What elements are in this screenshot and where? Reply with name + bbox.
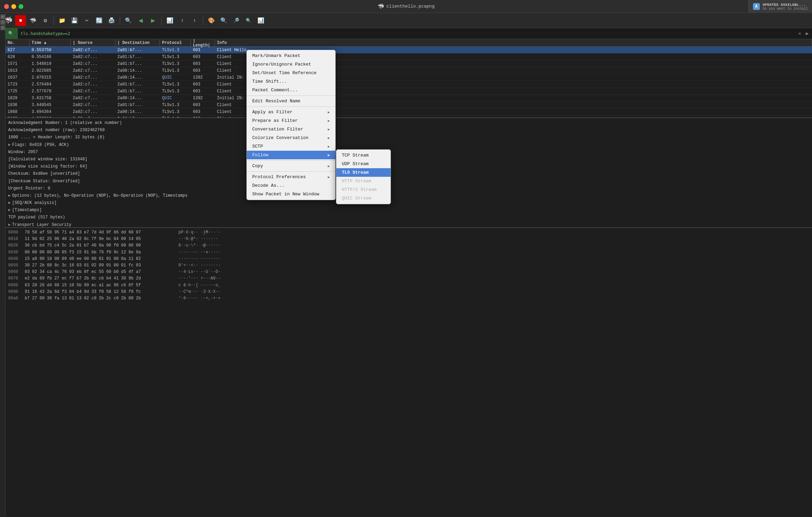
submenu-item-quic-stream: QUIC Stream xyxy=(336,194,391,203)
menu-item-colorize-conversation[interactable]: Colorize Conversation ▶ xyxy=(247,134,335,142)
menu-item-edit-resolved-name[interactable]: Edit Resolved Name xyxy=(247,97,335,105)
print-button[interactable]: 🖨️ xyxy=(106,15,117,26)
menu-item-copy[interactable]: Copy ▶ xyxy=(247,162,335,170)
restart-capture-button[interactable]: 🦈 xyxy=(27,15,38,26)
menu-item-mark-unmark-packet[interactable]: Mark/Unmark Packet xyxy=(247,51,335,60)
cell-dst: 2a00:14... xyxy=(115,108,160,115)
cell-proto: TLSv1.3 xyxy=(160,60,191,67)
zoom-normal-button[interactable]: 🔍 xyxy=(243,15,254,26)
packet-row[interactable]: 1613 2.022085 2a02:c7... 2a00:14... TLSv… xyxy=(5,67,812,74)
menu-item-conversation-filter[interactable]: Conversation Filter ▶ xyxy=(247,125,335,134)
hex-dump: 0000 70 50 af 58 95 71 a4 83 e7 7d 4d 9f… xyxy=(5,228,812,517)
titlebar: 🦈 clienthello.pcapng A UPDATES AVAILABL.… xyxy=(0,0,812,13)
filter-apply-button[interactable]: ▶ xyxy=(804,30,811,37)
packet-row[interactable]: 1723 2.576484 2a02:c7... 2a01:b7... TLSv… xyxy=(5,81,812,88)
packet-row[interactable]: 1836 3.640545 2a02:c7... 2a01:b7... TLSv… xyxy=(5,102,812,108)
filter-input[interactable] xyxy=(18,28,795,39)
resize-columns-button[interactable]: 📊 xyxy=(255,15,266,26)
detail-line[interactable]: ▶Options: (12 bytes), No-Operation (NOP)… xyxy=(8,192,809,199)
menu-item-prepare-as-filter[interactable]: Prepare as Filter ▶ xyxy=(247,116,335,125)
cell-time: 2.576484 xyxy=(30,81,71,88)
menu-item-apply-as-filter[interactable]: Apply as Filter ▶ xyxy=(247,108,335,116)
packet-row[interactable]: 1571 1.548819 2a02:c7... 2a01:b7... TLSv… xyxy=(5,60,812,67)
toolbar-separator-1 xyxy=(54,16,54,25)
packet-row[interactable]: 1868 3.694364 2a02:c7... 2a00:14... TLSv… xyxy=(5,108,812,115)
strip-item-3: S xyxy=(0,25,5,30)
cell-len: 603 xyxy=(191,67,215,74)
packet-row[interactable]: 2123 4.593212 2a02:c7... 2a01:b7... TLSv… xyxy=(5,115,812,118)
close-button[interactable] xyxy=(4,4,9,9)
updates-banner[interactable]: A UPDATES AVAILABL... Do you want to ins… xyxy=(749,0,812,13)
menu-item-ignore-unignore-packet[interactable]: Ignore/Unignore Packet xyxy=(247,60,335,69)
stop-capture-button[interactable]: ■ xyxy=(15,15,26,26)
go-to-packet-button[interactable]: 📊 xyxy=(164,15,175,26)
hex-row: 0010 11 9d 02 25 06 40 2a 02 0c 7f 9e bc… xyxy=(8,236,809,242)
menu-item-set-unset-time-reference[interactable]: Set/Unset Time Reference xyxy=(247,69,335,77)
detail-line[interactable]: ▶Flags: 0x018 (PSH, ACK) xyxy=(8,141,809,149)
header-info: Info xyxy=(215,39,812,46)
cell-len: 603 xyxy=(191,60,215,67)
menu-item-time-shift---[interactable]: Time Shift... xyxy=(247,77,335,86)
updates-text: UPDATES AVAILABL... Do you want to insta… xyxy=(763,3,808,11)
menu-item-label: Time Shift... xyxy=(252,79,287,84)
hex-bytes: 11 9d 02 25 06 40 2a 02 0c 7f 9e bc 84 0… xyxy=(25,236,176,242)
open-button[interactable]: 📁 xyxy=(57,15,68,26)
menu-item-show-packet-in-new-window[interactable]: Show Packet in New Window xyxy=(247,190,335,198)
minimize-button[interactable] xyxy=(11,4,16,9)
menu-item-label: Decode As... xyxy=(252,183,285,188)
submenu-item-tls-stream[interactable]: TLS Stream xyxy=(336,168,391,177)
maximize-button[interactable] xyxy=(19,4,23,9)
cell-len: 603 xyxy=(191,115,215,118)
cell-src: 2a02:c7... xyxy=(71,81,115,88)
menu-item-label: Edit Resolved Name xyxy=(252,99,300,104)
detail-line[interactable]: ▶[Timestamps] xyxy=(8,207,809,214)
packet-list[interactable]: No. Time ▲ | Source | Destination Protoc… xyxy=(5,39,812,118)
go-last-button[interactable]: ⬇ xyxy=(189,15,200,26)
cell-src: 2a02:c7... xyxy=(71,47,115,53)
cell-time: 0.553750 xyxy=(30,47,71,53)
cell-no: 628 xyxy=(5,54,30,60)
reload-button[interactable]: 🔄 xyxy=(94,15,105,26)
hex-bytes: 63 20 26 d4 68 15 10 5b 99 ec a1 ac 96 c… xyxy=(25,282,176,289)
menu-item-packet-comment---[interactable]: Packet Comment... xyxy=(247,86,335,94)
save-button[interactable]: 💾 xyxy=(69,15,80,26)
menu-item-sctp[interactable]: SCTP ▶ xyxy=(247,142,335,151)
packet-row[interactable]: 1725 2.577678 2a02:c7... 2a01:b7... TLSv… xyxy=(5,88,812,95)
submenu-item-udp-stream[interactable]: UDP Stream xyxy=(336,160,391,168)
detail-line[interactable]: ▶[SEQ/ACK analysis] xyxy=(8,199,809,207)
menu-item-protocol-preferences[interactable]: Protocol Preferences ▶ xyxy=(247,173,335,181)
forward-button[interactable]: ▶ xyxy=(148,15,159,26)
find-button[interactable]: 🔍 xyxy=(123,15,134,26)
cell-no: 2123 xyxy=(5,115,30,118)
cell-dst: 2a01:b7... xyxy=(115,115,160,118)
submenu-item-http-stream: HTTP Stream xyxy=(336,177,391,185)
cell-no: 1571 xyxy=(5,60,30,67)
cell-src: 2a02:c7... xyxy=(71,102,115,108)
packet-row[interactable]: 628 0.554166 2a02:c7... 2a01:b7... TLSv1… xyxy=(5,54,812,60)
hex-offset: 0010 xyxy=(8,236,22,242)
zoom-in-button[interactable]: 🔍 xyxy=(218,15,229,26)
submenu-item-tcp-stream[interactable]: TCP Stream xyxy=(336,151,391,160)
packet-row[interactable]: 1637 2.076315 2a02:c7... 2a00:14... QUIC… xyxy=(5,74,812,81)
menu-item-label: Copy xyxy=(252,163,263,169)
cell-dst: 2a01:b7... xyxy=(115,47,160,53)
zoom-out-button[interactable]: 🔎 xyxy=(231,15,242,26)
options-button[interactable]: ⚙️ xyxy=(40,15,51,26)
submenu-arrow: ▶ xyxy=(328,136,330,140)
packet-row[interactable]: 627 0.553750 2a02:c7... 2a01:b7... TLSv1… xyxy=(5,47,812,54)
colorize-button[interactable]: 🎨 xyxy=(206,15,217,26)
go-first-button[interactable]: ⬆ xyxy=(177,15,188,26)
back-button[interactable]: ◀ xyxy=(135,15,146,26)
menu-item-follow[interactable]: Follow ▶ TCP StreamUDP StreamTLS StreamH… xyxy=(247,151,335,159)
menu-separator xyxy=(247,171,335,172)
close-file-button[interactable]: ✂️ xyxy=(81,15,92,26)
hex-row: 0030 00 00 00 00 00 05 f3 15 01 bb 76 f0… xyxy=(8,249,809,256)
cell-dst: 2a00:14... xyxy=(115,67,160,74)
detail-line[interactable]: ▶Transport Layer Security xyxy=(8,221,809,228)
filter-clear-button[interactable]: ✕ xyxy=(796,30,803,37)
header-source: | Source xyxy=(71,39,115,46)
cell-time: 0.554166 xyxy=(30,54,71,60)
hex-row: 00a0 b7 27 00 36 fa 13 01 13 02 c0 2b 2c… xyxy=(8,295,809,302)
packet-row[interactable]: 1829 3.631758 2a02:c7... 2a00:14... QUIC… xyxy=(5,95,812,102)
menu-item-decode-as---[interactable]: Decode As... xyxy=(247,181,335,190)
